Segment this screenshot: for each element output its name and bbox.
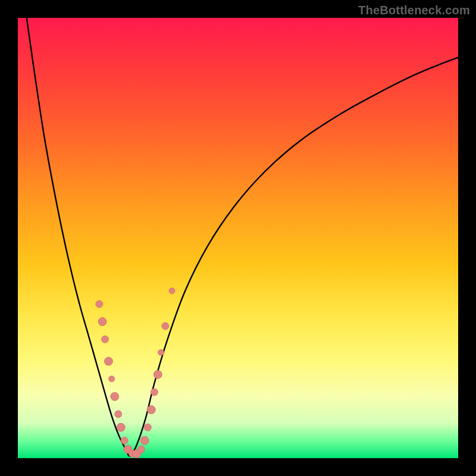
chart-gradient-plot (18, 18, 458, 458)
watermark-text: TheBottleneck.com (358, 4, 470, 17)
chart-stage: TheBottleneck.com (0, 0, 476, 476)
